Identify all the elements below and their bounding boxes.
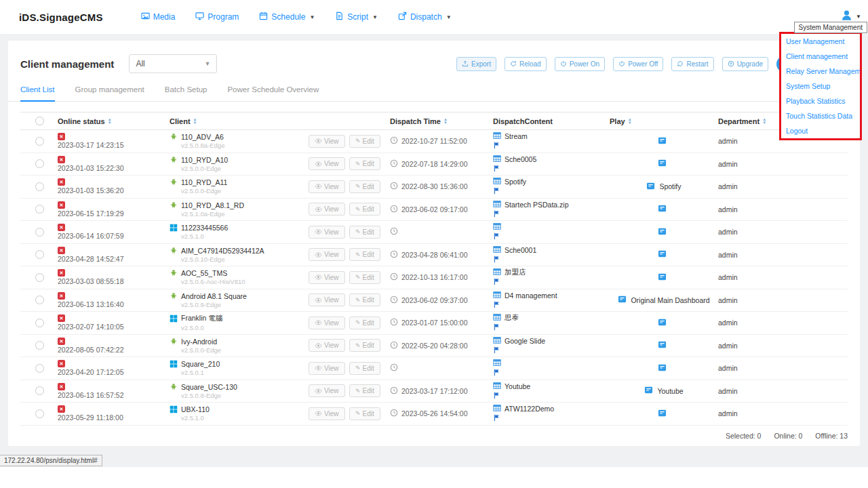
view-button[interactable]: View (309, 384, 345, 397)
row-select-radio[interactable] (35, 205, 44, 214)
row-select-radio[interactable] (35, 319, 44, 327)
edit-button[interactable]: ✎ Edit (349, 293, 380, 306)
flag-icon (493, 301, 500, 310)
menu-item[interactable]: Touch Statistics Data (781, 108, 860, 123)
nav-program[interactable]: Program (195, 12, 239, 22)
power-off-button[interactable]: Power Off (613, 57, 663, 71)
menu-item[interactable]: Relay Server Management (781, 64, 860, 79)
flag-icon (493, 165, 500, 174)
department: admin (718, 364, 848, 372)
edit-button[interactable]: ✎ Edit (349, 271, 380, 284)
row-select-radio[interactable] (35, 159, 44, 168)
edit-button[interactable]: ✎ Edit (349, 362, 380, 375)
row-select-radio[interactable] (35, 182, 44, 191)
row-select-radio[interactable] (35, 250, 44, 259)
clock-icon (390, 159, 398, 169)
clock-icon (390, 250, 398, 260)
edit-button[interactable]: ✎ Edit (349, 135, 380, 148)
browser-status-bar: 172.22.24.80/psn/display.html# (0, 455, 102, 466)
row-select-radio[interactable] (35, 228, 44, 237)
offline-status-icon: ✕ (58, 338, 65, 345)
flag-icon (493, 210, 500, 219)
view-button[interactable]: View (309, 157, 345, 170)
reload-button[interactable]: Reload (505, 57, 547, 71)
dispatch-time-cell: 2022-05-20 04:28:00 (390, 341, 493, 350)
nav-media[interactable]: Media (141, 12, 176, 22)
row-select-radio[interactable] (35, 409, 44, 418)
restart-button[interactable]: Restart (671, 57, 713, 71)
view-button[interactable]: View (309, 135, 345, 148)
client-table: Online status ▲▼ Client ▲▼ Dispatch Time… (20, 112, 848, 440)
col-header-dispatch-content: DispatchContent (493, 117, 610, 125)
col-header-client[interactable]: Client ▲▼ (170, 117, 309, 125)
row-select-radio[interactable] (35, 386, 44, 395)
table-row: ✕ 2023-06-13 16:57:52 Square_USC-130 v2.… (20, 380, 848, 403)
col-header-online-status[interactable]: Online status ▲▼ (58, 117, 170, 125)
tab-batch-setup[interactable]: Batch Setup (165, 85, 208, 101)
client-os-icon (170, 201, 178, 209)
client-name: Square_USC-130 (181, 383, 237, 391)
dispatch-content-name: Spotify (505, 178, 526, 186)
power-on-button[interactable]: Power On (555, 57, 605, 71)
script-icon (335, 12, 344, 22)
edit-button[interactable]: ✎ Edit (349, 180, 380, 193)
menu-item[interactable]: System Setup (781, 79, 860, 94)
row-select-radio[interactable] (35, 364, 44, 373)
view-button[interactable]: View (309, 226, 345, 239)
row-select-radio[interactable] (35, 341, 44, 350)
edit-button[interactable]: ✎ Edit (349, 317, 380, 329)
menu-item[interactable]: Playback Statistics (781, 94, 860, 108)
nav-dispatch[interactable]: Dispatch ▼ (398, 12, 452, 22)
tab-client-list[interactable]: Client List (20, 85, 55, 102)
tab-power-schedule-overview[interactable]: Power Schedule Overview (227, 85, 319, 101)
nav-script[interactable]: Script ▼ (335, 12, 378, 22)
view-button[interactable]: View (309, 203, 345, 216)
col-header-play[interactable]: Play ▲▼ (610, 117, 718, 125)
online-status-cell: ✕ 2023-04-20 17:12:05 (58, 360, 170, 376)
view-button[interactable]: View (309, 293, 345, 306)
edit-button[interactable]: ✎ Edit (349, 407, 380, 420)
row-select-radio[interactable] (35, 273, 44, 282)
dispatch-content-cell: 加盟店 (493, 268, 610, 287)
view-button[interactable]: View (309, 407, 345, 420)
offline-count: Offline: 13 (815, 432, 848, 440)
upgrade-button[interactable]: Upgrade (722, 57, 768, 71)
menu-item[interactable]: Logout (781, 123, 860, 138)
client-version: v2.5.0.8a-Edge (181, 142, 309, 149)
client-name: 110_RYD_A10 (181, 156, 228, 164)
last-online-time: 2023-01-03 15:36:20 (58, 186, 170, 195)
client-cell: 110_ADV_A6 v2.5.0.8a-Edge (170, 133, 309, 149)
edit-button[interactable]: ✎ Edit (349, 248, 380, 261)
nav-label: Program (208, 12, 239, 22)
dispatch-content-name: Sche0005 (505, 155, 536, 163)
nav-schedule[interactable]: Schedule ▼ (259, 12, 315, 22)
edit-button[interactable]: ✎ Edit (349, 157, 380, 170)
view-button[interactable]: View (309, 339, 345, 352)
tab-group-management[interactable]: Group management (75, 85, 144, 101)
row-select-radio[interactable] (35, 296, 44, 304)
export-button[interactable]: Export (456, 57, 496, 71)
view-button[interactable]: View (309, 362, 345, 375)
edit-button[interactable]: ✎ Edit (349, 203, 380, 216)
menu-item[interactable]: User Management (781, 34, 860, 49)
edit-button[interactable]: ✎ Edit (349, 226, 380, 239)
playlist-icon (658, 227, 667, 237)
menu-item[interactable]: Client management (781, 49, 860, 64)
row-select-radio[interactable] (35, 137, 44, 146)
edit-button[interactable]: ✎ Edit (349, 384, 380, 397)
table-row: ✕ 2023-02-07 14:10:05 Franklin 電腦 v2.5.0… (20, 312, 848, 335)
nav-label: Dispatch (410, 12, 442, 22)
online-status-cell: ✕ 2023-05-29 11:18:00 (58, 405, 170, 422)
last-online-time: 2023-06-13 16:57:52 (58, 391, 170, 399)
group-filter-select[interactable]: All ▼ (129, 54, 217, 73)
offline-status-icon: ✕ (58, 405, 65, 413)
view-button[interactable]: View (309, 180, 345, 193)
col-header-dispatch-time[interactable]: Dispatch Time ▲▼ (390, 117, 493, 125)
edit-button[interactable]: ✎ Edit (349, 339, 380, 352)
select-all-radio[interactable] (35, 117, 44, 125)
view-button[interactable]: View (309, 248, 345, 261)
view-button[interactable]: View (309, 317, 345, 329)
view-button[interactable]: View (309, 271, 345, 284)
play-cell (610, 409, 718, 419)
department: admin (718, 205, 848, 214)
